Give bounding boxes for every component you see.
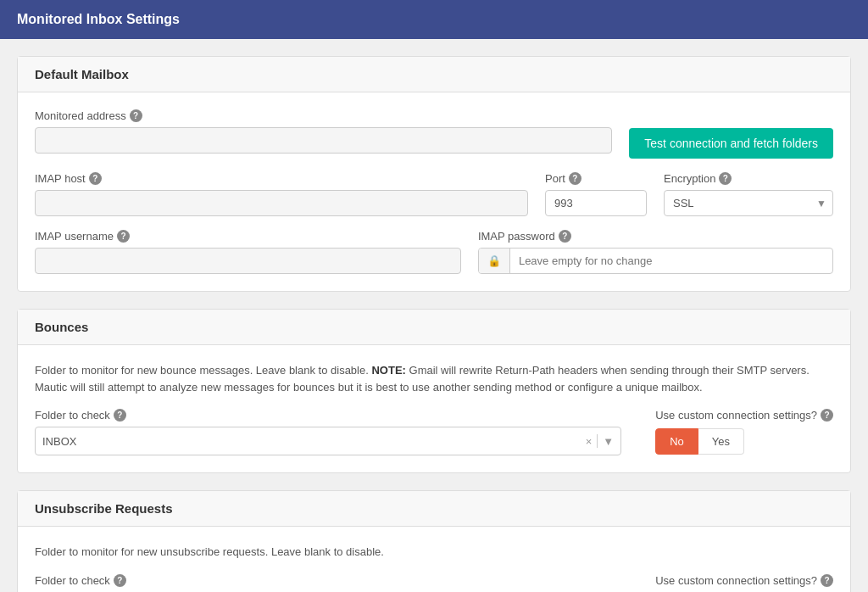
bounces-description: Folder to monitor for new bounce message… [35,362,833,395]
encryption-help-icon[interactable]: ? [719,172,732,185]
bounces-folder-actions: × ▼ [586,434,614,448]
imap-password-input[interactable] [510,249,832,273]
unsubscribe-folder-row: Folder to check ? INBOX × ▼ [35,574,833,593]
default-mailbox-header: Default Mailbox [18,57,850,92]
encryption-group: Encryption ? SSL TLS None ▼ [664,172,833,216]
imap-password-label: IMAP password ? [478,230,833,243]
imap-host-help-icon[interactable]: ? [89,172,102,185]
imap-username-group: IMAP username ? [35,230,461,274]
unsubscribe-folder-group: Folder to check ? INBOX × ▼ [35,574,621,593]
imap-credentials-row: IMAP username ? IMAP password ? 🔒 [35,230,833,274]
bounces-no-button[interactable]: No [655,428,698,455]
monitored-address-label: Monitored address ? [35,109,612,122]
page-title: Monitored Inbox Settings [17,12,180,26]
unsubscribe-section: Unsubscribe Requests Folder to monitor f… [17,490,851,592]
port-label: Port ? [545,172,647,185]
bounces-yes-button[interactable]: Yes [698,428,744,455]
monitored-address-row: Monitored address ? Test connection and … [35,109,833,159]
bounces-custom-conn-help-icon[interactable]: ? [821,409,833,422]
bounces-folder-label: Folder to check ? [35,409,621,422]
imap-password-group: IMAP password ? 🔒 [478,230,833,274]
bounces-toggle-group: No Yes [655,428,833,455]
port-group: Port ? [545,172,647,216]
page-wrapper: Monitored Inbox Settings Default Mailbox… [0,0,868,592]
bounces-custom-conn-label: Use custom connection settings? ? [655,409,833,422]
encryption-label: Encryption ? [664,172,833,185]
default-mailbox-title: Default Mailbox [35,67,129,81]
test-button-wrapper: Test connection and fetch folders [629,109,833,159]
bounces-header: Bounces [18,310,850,345]
bounces-dropdown-icon[interactable]: ▼ [603,435,614,448]
unsubscribe-description: Folder to monitor for new unsubscribe re… [35,544,833,561]
unsubscribe-body: Folder to monitor for new unsubscribe re… [18,527,850,592]
imap-password-help-icon[interactable]: ? [559,230,571,243]
imap-host-row: IMAP host ? Port ? Enc [35,172,833,216]
unsubscribe-custom-conn-group: Use custom connection settings? ? No Yes [655,574,833,593]
monitored-address-group: Monitored address ? [35,109,612,154]
page-content: Default Mailbox Monitored address ? Test… [0,39,868,592]
unsubscribe-folder-help-icon[interactable]: ? [114,574,126,587]
bounces-custom-conn-group: Use custom connection settings? ? No Yes [655,409,833,455]
unsubscribe-title: Unsubscribe Requests [35,501,173,516]
imap-host-label: IMAP host ? [35,172,528,185]
bounces-folder-row: Folder to check ? INBOX × ▼ [35,409,833,455]
default-mailbox-body: Monitored address ? Test connection and … [18,92,850,291]
lock-icon: 🔒 [479,249,510,273]
page-header: Monitored Inbox Settings [0,0,868,39]
bounces-folder-value: INBOX [42,435,586,448]
monitored-address-help-icon[interactable]: ? [130,109,142,122]
bounces-body: Folder to monitor for new bounce message… [18,345,850,472]
bounces-folder-group: Folder to check ? INBOX × ▼ [35,409,621,455]
imap-username-label: IMAP username ? [35,230,461,243]
monitored-address-input[interactable] [35,127,612,154]
unsubscribe-folder-label: Folder to check ? [35,574,621,587]
bounces-divider [597,434,598,448]
imap-password-wrapper: 🔒 [478,248,833,274]
unsubscribe-custom-conn-help-icon[interactable]: ? [821,574,833,587]
imap-username-input[interactable] [35,248,461,274]
encryption-select[interactable]: SSL TLS None [664,190,833,216]
bounces-title: Bounces [35,320,88,334]
bounces-folder-select[interactable]: INBOX × ▼ [35,427,621,455]
imap-host-group: IMAP host ? [35,172,528,216]
imap-username-help-icon[interactable]: ? [117,230,130,243]
port-help-icon[interactable]: ? [569,172,581,185]
unsubscribe-header: Unsubscribe Requests [18,491,850,527]
bounces-clear-icon[interactable]: × [586,435,593,448]
port-input[interactable] [545,190,647,216]
unsubscribe-custom-conn-label: Use custom connection settings? ? [655,574,833,587]
bounces-folder-help-icon[interactable]: ? [114,409,126,422]
imap-host-input[interactable] [35,190,528,216]
bounces-section: Bounces Folder to monitor for new bounce… [17,309,851,473]
default-mailbox-section: Default Mailbox Monitored address ? Test… [17,56,851,292]
encryption-select-wrapper: SSL TLS None ▼ [664,190,833,216]
test-connection-button[interactable]: Test connection and fetch folders [629,128,833,159]
